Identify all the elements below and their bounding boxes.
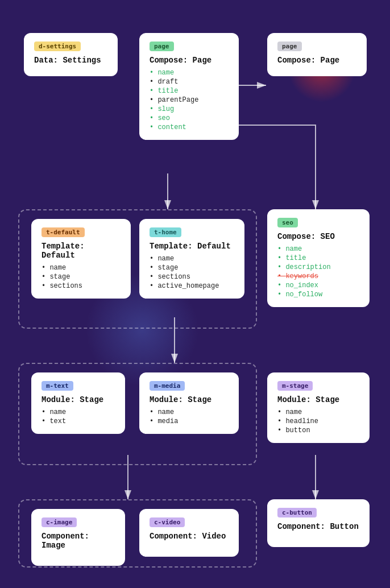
seo-description: description: [277, 263, 359, 272]
ms-headline: headline: [277, 417, 359, 426]
c-video-card: c-video Component: Video: [139, 509, 239, 557]
m-media-label: m-media: [150, 381, 185, 391]
seo-label: seo: [277, 218, 298, 227]
mt-name: name: [42, 408, 115, 417]
page-center-title: Compose: Page: [150, 56, 229, 65]
seo-fields: name title description keywords no_index…: [277, 245, 359, 299]
td-name: name: [42, 263, 121, 272]
page-center-label: page: [150, 42, 174, 51]
t-home-label: t-home: [150, 227, 181, 237]
m-stage-card: m-stage Module: Stage name headline butt…: [267, 372, 370, 443]
m-media-card: m-media Module: Stage name media: [139, 372, 239, 434]
field-slug: slug: [150, 105, 229, 114]
mt-text: text: [42, 417, 115, 426]
seo-title: Compose: SEO: [277, 232, 359, 241]
mm-media: media: [150, 417, 229, 426]
m-media-fields: name media: [150, 408, 229, 426]
seo-keywords: keywords: [277, 272, 359, 281]
seo-title-field: title: [277, 254, 359, 263]
t-default-label: t-default: [42, 227, 85, 237]
field-content: content: [150, 123, 229, 132]
d-settings-card: d-settings Data: Settings: [24, 33, 118, 76]
t-home-fields: name stage sections active_homepage: [150, 254, 234, 291]
page-right-label: page: [277, 42, 302, 51]
d-settings-title: Data: Settings: [34, 56, 107, 65]
t-default-card: t-default Template: Default name stage s…: [31, 219, 131, 299]
page-center-fields: name draft title parentPage slug seo con…: [150, 68, 229, 132]
field-name: name: [150, 68, 229, 77]
th-stage: stage: [150, 263, 234, 272]
t-home-title: Template: Default: [150, 242, 234, 251]
seo-no-follow: no_follow: [277, 290, 359, 299]
ms-button: button: [277, 426, 359, 435]
field-seo: seo: [150, 114, 229, 123]
td-sections: sections: [42, 281, 121, 291]
m-text-title: Module: Stage: [42, 395, 115, 404]
m-stage-label: m-stage: [277, 381, 313, 391]
m-stage-fields: name headline button: [277, 408, 359, 435]
ms-name: name: [277, 408, 359, 417]
c-button-label: c-button: [277, 508, 317, 517]
m-text-label: m-text: [42, 381, 73, 391]
m-media-title: Module: Stage: [150, 395, 229, 404]
field-parentpage: parentPage: [150, 96, 229, 105]
field-title: title: [150, 86, 229, 96]
page-right-card: page Compose: Page: [267, 33, 367, 76]
page-right-title: Compose: Page: [277, 56, 356, 65]
page-center-card: page Compose: Page name draft title pare…: [139, 33, 239, 140]
seo-no-index: no_index: [277, 281, 359, 290]
c-image-label: c-image: [42, 517, 77, 527]
c-button-card: c-button Component: Button: [267, 499, 370, 547]
td-stage: stage: [42, 272, 121, 281]
mm-name: name: [150, 408, 229, 417]
c-video-title: Component: Video: [150, 532, 229, 541]
th-name: name: [150, 254, 234, 263]
th-sections: sections: [150, 272, 234, 281]
th-active-homepage: active_homepage: [150, 281, 234, 291]
d-settings-label: d-settings: [34, 42, 81, 51]
seo-card: seo Compose: SEO name title description …: [267, 209, 370, 307]
m-stage-title: Module: Stage: [277, 395, 359, 404]
field-draft: draft: [150, 77, 229, 86]
t-default-title: Template: Default: [42, 242, 121, 260]
seo-name: name: [277, 245, 359, 254]
c-button-title: Component: Button: [277, 522, 359, 531]
c-image-card: c-image Component: Image: [31, 509, 125, 566]
m-text-card: m-text Module: Stage name text: [31, 372, 125, 434]
c-video-label: c-video: [150, 517, 185, 527]
t-default-fields: name stage sections: [42, 263, 121, 291]
m-text-fields: name text: [42, 408, 115, 426]
c-image-title: Component: Image: [42, 532, 115, 550]
t-home-card: t-home Template: Default name stage sect…: [139, 219, 244, 299]
